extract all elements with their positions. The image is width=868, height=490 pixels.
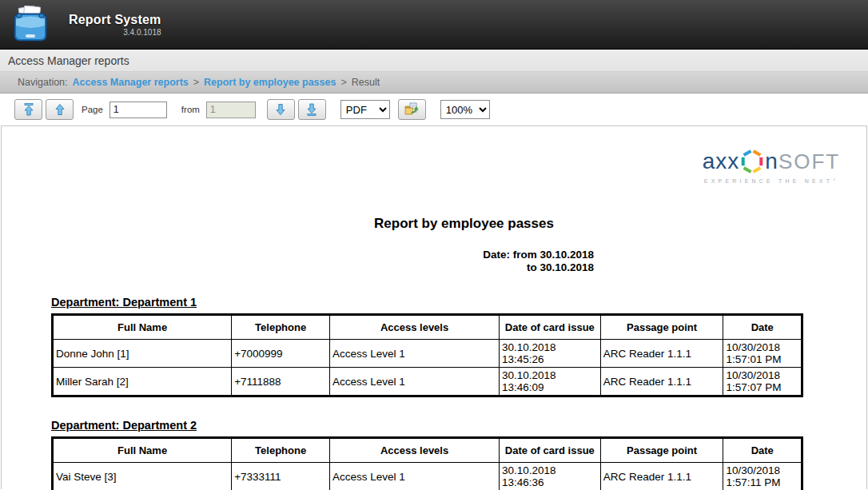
from-label: from xyxy=(181,105,200,114)
breadcrumb-link-report-by-employee-passes[interactable]: Report by employee passes xyxy=(204,77,336,88)
table-row: Donne John [1]+7000999Access Level 130.1… xyxy=(53,340,802,368)
column-header: Access levels xyxy=(330,438,500,463)
last-page-icon xyxy=(305,102,318,117)
table-cell: +7000999 xyxy=(232,340,330,368)
module-bar: Access Manager reports xyxy=(0,50,868,72)
report-date-range: Date: from 30.10.2018 to 30.10.2018 xyxy=(51,249,594,273)
column-header: Telephone xyxy=(232,315,330,340)
column-header: Access levels xyxy=(330,315,500,340)
passes-table: Full NameTelephoneAccess levelsDate of c… xyxy=(51,313,803,397)
column-header: Date of card issue xyxy=(500,438,601,463)
axxonsoft-hexagon-icon xyxy=(740,149,764,174)
export-button[interactable] xyxy=(398,99,426,120)
table-row: Vai Steve [3]+7333111Access Level 130.10… xyxy=(53,463,802,490)
table-cell: Miller Sarah [2] xyxy=(53,368,232,396)
department-heading: Department: Department 1 xyxy=(51,296,803,309)
app-header: Report System 3.4.0.1018 xyxy=(0,0,868,50)
table-cell: Donne John [1] xyxy=(53,340,232,368)
date-from-line: Date: from 30.10.2018 xyxy=(51,249,594,261)
report-title: Report by employee passes xyxy=(88,216,840,232)
department-section: Department: Department 1 Full NameTeleph… xyxy=(51,296,803,397)
brand-text: Report System 3.4.0.1018 xyxy=(69,13,161,37)
table-cell: 30.10.2018 13:46:09 xyxy=(500,368,601,396)
column-header: Passage point xyxy=(600,438,723,463)
table-cell: ARC Reader 1.1.1 xyxy=(600,340,723,368)
table-cell: 10/30/2018 1:57:01 PM xyxy=(723,340,802,368)
logo-text-axx: axx xyxy=(703,150,740,173)
module-bar-label: Access Manager reports xyxy=(8,54,129,67)
table-cell: 10/30/2018 1:57:07 PM xyxy=(723,368,802,396)
date-to-line: to 30.10.2018 xyxy=(51,261,594,274)
report-page: Report by employee passes Date: from 30.… xyxy=(2,216,866,490)
first-page-button[interactable] xyxy=(14,99,42,120)
app-version: 3.4.0.1018 xyxy=(123,28,161,37)
column-header: Date of card issue xyxy=(500,315,601,340)
table-cell: ARC Reader 1.1.1 xyxy=(600,368,723,396)
table-cell: Access Level 1 xyxy=(330,463,500,490)
breadcrumb: Navigation: Access Manager reports > Rep… xyxy=(0,72,868,94)
report-viewer: axx n SOFT EXPERIENCE THE NEXT° Report b… xyxy=(1,125,867,489)
app-title: Report System xyxy=(69,13,161,27)
column-header: Date xyxy=(723,438,802,463)
table-cell: Access Level 1 xyxy=(330,340,500,368)
export-format-select[interactable]: PDF xyxy=(340,100,390,119)
axxonsoft-logo: axx n SOFT EXPERIENCE THE NEXT° xyxy=(687,149,855,184)
page-label: Page xyxy=(82,105,103,114)
table-row: Miller Sarah [2]+7111888Access Level 130… xyxy=(53,368,802,396)
next-page-icon xyxy=(274,102,287,117)
report-system-logo-icon xyxy=(10,6,51,44)
table-cell: 30.10.2018 13:45:26 xyxy=(500,340,601,368)
table-header-row: Full NameTelephoneAccess levelsDate of c… xyxy=(53,438,802,463)
breadcrumb-separator: > xyxy=(193,77,199,88)
report-sections: Department: Department 1 Full NameTeleph… xyxy=(51,296,803,490)
export-icon xyxy=(404,102,420,117)
department-heading: Department: Department 2 xyxy=(51,419,803,432)
first-page-icon xyxy=(22,102,35,117)
column-header: Full Name xyxy=(53,315,232,340)
toolbar: Page from PDF xyxy=(0,94,868,125)
next-page-button[interactable] xyxy=(267,99,295,120)
page-number-input[interactable] xyxy=(109,102,167,118)
column-header: Date xyxy=(723,315,802,340)
logo-text-soft: SOFT xyxy=(778,151,840,172)
table-cell: Access Level 1 xyxy=(330,368,500,396)
breadcrumb-current-result: Result xyxy=(352,77,380,88)
zoom-select[interactable]: 100% xyxy=(440,100,490,119)
table-cell: 10/30/2018 1:57:11 PM xyxy=(723,463,802,490)
column-header: Full Name xyxy=(53,438,232,463)
department-section: Department: Department 2 Full NameTeleph… xyxy=(51,419,803,490)
previous-page-button[interactable] xyxy=(46,99,74,120)
column-header: Passage point xyxy=(600,315,723,340)
table-cell: +7333111 xyxy=(232,463,330,490)
passes-table: Full NameTelephoneAccess levelsDate of c… xyxy=(51,436,803,490)
breadcrumb-separator: > xyxy=(340,77,346,88)
report-system-window: Report System 3.4.0.1018 Access Manager … xyxy=(0,0,868,490)
table-cell: 30.10.2018 13:46:36 xyxy=(500,463,601,490)
breadcrumb-prefix: Navigation: xyxy=(18,77,68,88)
total-pages-input xyxy=(206,102,256,118)
logo-tagline: EXPERIENCE THE NEXT° xyxy=(687,178,855,184)
table-cell: ARC Reader 1.1.1 xyxy=(600,463,723,490)
table-cell: +7111888 xyxy=(232,368,330,396)
table-header-row: Full NameTelephoneAccess levelsDate of c… xyxy=(53,315,802,340)
previous-page-icon xyxy=(54,102,66,117)
breadcrumb-link-access-manager-reports[interactable]: Access Manager reports xyxy=(73,77,189,88)
last-page-button[interactable] xyxy=(298,99,326,120)
logo-text-n: n xyxy=(765,150,778,173)
table-cell: Vai Steve [3] xyxy=(53,463,232,490)
column-header: Telephone xyxy=(232,438,330,463)
